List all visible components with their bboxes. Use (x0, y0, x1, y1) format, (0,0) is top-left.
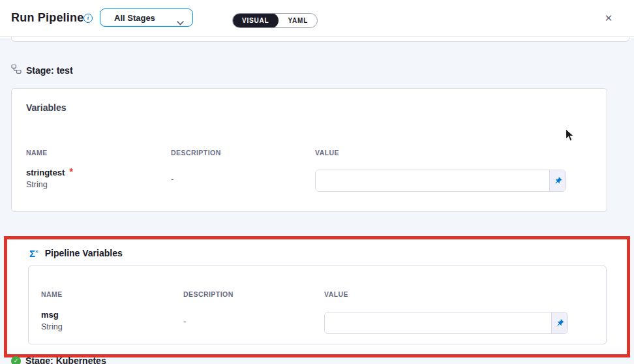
column-header-name: NAME (41, 290, 63, 298)
stage-test-heading: Stage: test (11, 64, 73, 77)
variable-type: String (26, 180, 73, 189)
stage-kubernetes-label: Stage: Kubernetes (25, 356, 106, 364)
column-header-description: DESCRIPTION (183, 290, 234, 298)
stage-selector-value: All Stages (100, 13, 155, 23)
tab-yaml[interactable]: YAML (279, 17, 317, 24)
table-row: stringtest * String (26, 168, 73, 189)
pipeline-variables-card: NAME DESCRIPTION VALUE msg String - (28, 265, 607, 344)
variable-description: - (171, 174, 174, 184)
stage-icon (11, 64, 22, 77)
pipeline-variables-highlight: Σ× Pipeline Variables NAME DESCRIPTION V… (4, 236, 630, 357)
tab-visual[interactable]: VISUAL (232, 13, 279, 28)
dialog-header: Run Pipeline i All Stages VISUAL YAML ✕ (0, 0, 634, 37)
value-input-group (315, 170, 566, 192)
stage-test-label: Stage: test (26, 65, 73, 76)
pipeline-variables-heading: Σ× Pipeline Variables (29, 247, 123, 258)
value-input-group (324, 312, 568, 334)
column-header-name: NAME (26, 149, 48, 157)
pushpin-icon (554, 317, 566, 329)
run-pipeline-dialog: Run Pipeline i All Stages VISUAL YAML ✕ (0, 0, 634, 364)
variable-type: String (41, 322, 63, 331)
info-icon[interactable]: i (83, 14, 93, 23)
table-row: msg String (41, 310, 63, 331)
variables-card: Variables NAME DESCRIPTION VALUE stringt… (11, 88, 607, 212)
close-icon[interactable]: ✕ (600, 10, 617, 27)
variable-name: stringtest (26, 168, 65, 177)
stringtest-value-input[interactable] (316, 170, 549, 191)
required-asterisk: * (69, 168, 73, 175)
sigma-variables-icon: Σ× (29, 247, 38, 258)
stage-selector-dropdown[interactable]: All Stages (100, 8, 193, 27)
page-title: Run Pipeline (11, 11, 83, 25)
variable-description: - (183, 316, 186, 326)
column-header-value: VALUE (315, 149, 339, 157)
pin-input-type-button[interactable] (551, 312, 567, 333)
visual-yaml-toggle: VISUAL YAML (232, 13, 318, 28)
stage-kubernetes-heading: ✓ Stage: Kubernetes (11, 356, 106, 364)
success-check-icon: ✓ (11, 356, 21, 364)
pin-input-type-button[interactable] (549, 170, 566, 191)
msg-value-input[interactable] (325, 312, 551, 333)
column-header-value: VALUE (324, 290, 348, 298)
chevron-down-icon (177, 16, 184, 28)
pushpin-icon (552, 175, 564, 187)
dialog-content: Stage: test Variables NAME DESCRIPTION V… (0, 38, 634, 364)
variable-name: msg (41, 310, 59, 320)
scrolled-card-fragment (11, 37, 629, 42)
variables-card-title: Variables (26, 102, 67, 113)
pipeline-variables-title: Pipeline Variables (45, 248, 123, 258)
column-header-description: DESCRIPTION (171, 149, 221, 157)
